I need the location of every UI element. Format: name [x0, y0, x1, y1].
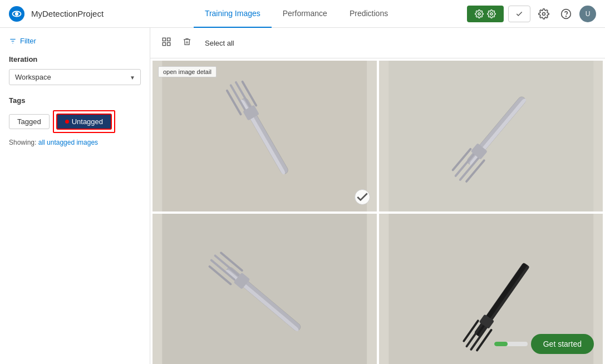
image-cell-2[interactable]: [379, 61, 603, 211]
project-name: MyDetectionProject: [31, 9, 104, 18]
image-cell-1[interactable]: open image detail: [153, 61, 377, 211]
header: MyDetectionProject Training Images Perfo…: [0, 0, 605, 28]
tags-section: Tags Tagged Untagged Showing: all untagg…: [9, 96, 141, 146]
filter-label: Filter: [20, 37, 36, 45]
svg-rect-13: [168, 43, 170, 46]
svg-point-4: [543, 12, 545, 15]
image-cell-3[interactable]: [153, 214, 377, 364]
grid-add-icon: [161, 37, 171, 47]
settings-icon: [538, 8, 549, 19]
toolbar: Select all: [150, 28, 605, 58]
image-check-1[interactable]: [355, 189, 370, 205]
svg-point-2: [478, 13, 480, 15]
sidebar: Filter Iteration Workspace Tags Tagged U…: [0, 28, 150, 364]
svg-point-3: [490, 13, 493, 15]
trash-icon: [183, 37, 191, 46]
filter-icon: [9, 37, 17, 45]
svg-rect-11: [168, 38, 170, 41]
check-button[interactable]: [508, 6, 530, 22]
image-grid: open image detail: [150, 58, 605, 364]
tags-label: Tags: [9, 96, 141, 105]
untagged-dot: [65, 120, 69, 124]
untagged-highlight: Untagged: [53, 110, 115, 133]
train-gear-icon: [475, 9, 484, 18]
avatar[interactable]: U: [579, 6, 596, 22]
iteration-select[interactable]: Workspace: [9, 69, 141, 85]
svg-rect-30: [162, 214, 367, 364]
help-button[interactable]: [557, 5, 575, 23]
header-actions: U: [467, 5, 596, 23]
content-area: Select all: [150, 28, 605, 364]
select-all-button[interactable]: Select all: [200, 37, 239, 50]
showing-text: Showing: all untagged images: [9, 139, 141, 146]
train-gear2-icon: [487, 9, 496, 18]
filter-row[interactable]: Filter: [9, 37, 141, 45]
main-nav: Training Images Performance Predictions: [132, 0, 460, 28]
delete-button[interactable]: [180, 35, 194, 51]
progress-mini: [494, 342, 528, 346]
add-to-grid-button[interactable]: [159, 35, 174, 51]
app-logo: [9, 6, 24, 22]
svg-point-1: [16, 12, 18, 15]
progress-mini-fill: [494, 342, 508, 346]
nav-performance[interactable]: Performance: [272, 0, 338, 28]
check-icon: [515, 10, 523, 18]
untagged-button[interactable]: Untagged: [56, 114, 112, 130]
train-button[interactable]: [467, 6, 504, 22]
tagged-button[interactable]: Tagged: [9, 114, 50, 129]
help-icon: [560, 8, 572, 19]
showing-link[interactable]: all untagged images: [38, 139, 98, 146]
svg-rect-12: [163, 43, 165, 46]
settings-button[interactable]: [535, 5, 553, 23]
nav-training-images[interactable]: Training Images: [194, 0, 272, 28]
get-started-container: Get started: [494, 334, 594, 354]
main-layout: Filter Iteration Workspace Tags Tagged U…: [0, 28, 605, 364]
iteration-select-wrapper[interactable]: Workspace: [9, 69, 141, 85]
svg-rect-10: [163, 38, 165, 41]
iteration-label: Iteration: [9, 55, 141, 63]
get-started-button[interactable]: Get started: [531, 334, 594, 354]
nav-predictions[interactable]: Predictions: [338, 0, 399, 28]
